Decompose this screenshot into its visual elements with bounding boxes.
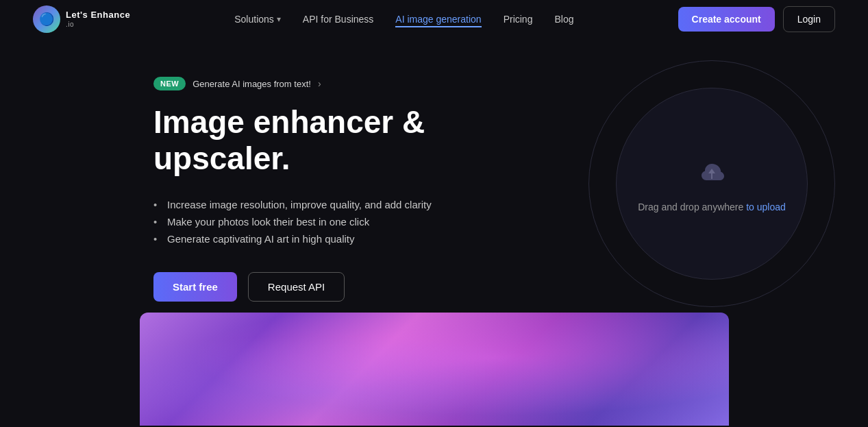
chevron-down-icon: ▾ [277, 14, 281, 24]
hero-bullets: Increase image resolution, improve quali… [153, 196, 510, 247]
new-badge: NEW [153, 77, 186, 90]
nav-item-ai-gen[interactable]: AI image generation [395, 13, 481, 25]
hero-bullet-1: Increase image resolution, improve quali… [153, 196, 510, 213]
hero-title: Image enhancer & upscaler. [153, 104, 510, 177]
bottom-preview-section [0, 313, 868, 426]
nav-item-blog[interactable]: Blog [554, 13, 573, 25]
navbar: 🔵 Let's Enhance .io Solutions ▾ API for … [0, 0, 868, 38]
nav-item-api[interactable]: API for Business [303, 13, 374, 25]
hero-section: NEW Generate AI images from text! › Imag… [0, 38, 868, 313]
nav-actions: Create account Login [678, 6, 835, 32]
badge-arrow-icon: › [318, 78, 321, 89]
badge-description: Generate AI images from text! [193, 79, 311, 89]
gradient-preview [140, 313, 729, 426]
upload-inner-area[interactable]: Drag and drop anywhere to upload [616, 88, 808, 280]
upload-cloud-icon [694, 156, 730, 193]
new-badge-row: NEW Generate AI images from text! › [153, 77, 510, 90]
hero-cta: Start free Request API [153, 272, 510, 302]
nav-item-pricing[interactable]: Pricing [504, 13, 533, 25]
logo-text: Let's Enhance .io [66, 10, 130, 27]
nav-links: Solutions ▾ API for Business AI image ge… [234, 13, 573, 25]
hero-bullet-3: Generate captivating AI art in high qual… [153, 230, 510, 247]
upload-drag-text: Drag and drop anywhere to upload [638, 202, 786, 212]
logo-icon: 🔵 [33, 5, 60, 33]
hero-bullet-2: Make your photos look their best in one … [153, 213, 510, 230]
logo[interactable]: 🔵 Let's Enhance .io [33, 5, 130, 33]
upload-link[interactable]: to upload [746, 202, 786, 212]
hero-content: NEW Generate AI images from text! › Imag… [153, 71, 510, 302]
create-account-button[interactable]: Create account [678, 7, 775, 32]
nav-item-solutions[interactable]: Solutions ▾ [234, 14, 281, 25]
login-button[interactable]: Login [783, 6, 835, 32]
start-free-button[interactable]: Start free [153, 272, 237, 302]
upload-zone[interactable]: Drag and drop anywhere to upload [588, 60, 835, 307]
request-api-button[interactable]: Request API [248, 272, 345, 302]
